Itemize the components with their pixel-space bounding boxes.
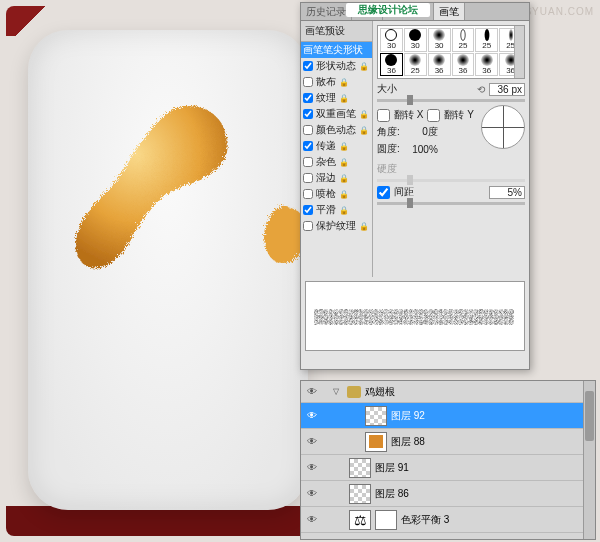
layer-name[interactable]: 图层 88 xyxy=(391,435,425,449)
brush-panel: 历史记录 动作 画笔预设 画笔 画笔预设 画笔笔尖形状 形状动态🔒 散布🔒 纹理… xyxy=(300,2,530,370)
layer-row-selected[interactable]: 👁 图层 92 xyxy=(301,403,595,429)
brush-tip[interactable]: 36 xyxy=(452,53,475,77)
roundness-label: 圆度: xyxy=(377,142,400,156)
brush-tip[interactable]: 30 xyxy=(404,28,427,52)
layer-name[interactable]: 图层 91 xyxy=(375,461,409,475)
lock-icon: 🔒 xyxy=(339,158,347,167)
brush-stroke-preview xyxy=(305,281,525,351)
brush-tip[interactable]: 36 xyxy=(428,53,451,77)
brush-settings-column: 30 30 30 25 25 25 36 25 36 36 36 36 大小 ⟲… xyxy=(373,21,529,277)
brush-tip[interactable]: 30 xyxy=(380,28,403,52)
option-noise[interactable]: 杂色🔒 xyxy=(301,154,372,170)
layer-name[interactable]: 图层 86 xyxy=(375,487,409,501)
lock-icon: 🔒 xyxy=(359,222,367,231)
lock-icon: 🔒 xyxy=(339,190,347,199)
option-texture[interactable]: 纹理🔒 xyxy=(301,90,372,106)
size-value[interactable]: 36 px xyxy=(489,83,525,96)
scrollbar-handle[interactable] xyxy=(585,391,594,441)
visibility-icon[interactable]: 👁 xyxy=(305,386,319,397)
lock-icon: 🔒 xyxy=(359,62,367,71)
layers-panel: 👁 ▽ 鸡翅根 👁 图层 92 👁 图层 88 👁 图层 91 👁 图层 86 … xyxy=(300,380,596,540)
lock-icon: 🔒 xyxy=(359,110,367,119)
angle-label: 角度: xyxy=(377,125,400,139)
visibility-icon[interactable]: 👁 xyxy=(305,488,319,499)
roundness-value[interactable]: 100% xyxy=(404,144,440,155)
angle-value[interactable]: 0度 xyxy=(404,125,440,139)
layer-name[interactable]: 色彩平衡 3 xyxy=(401,513,449,527)
brush-tip[interactable]: 25 xyxy=(452,28,475,52)
layer-thumbnail[interactable] xyxy=(349,484,371,504)
spacing-slider[interactable] xyxy=(377,202,525,205)
lock-icon: 🔒 xyxy=(339,174,347,183)
flip-x-checkbox[interactable] xyxy=(377,109,390,122)
color-balance-icon[interactable]: ⚖ xyxy=(349,510,371,530)
option-dual-brush[interactable]: 双重画笔🔒 xyxy=(301,106,372,122)
option-transfer[interactable]: 传递🔒 xyxy=(301,138,372,154)
option-airbrush[interactable]: 喷枪🔒 xyxy=(301,186,372,202)
brush-options-column: 画笔预设 画笔笔尖形状 形状动态🔒 散布🔒 纹理🔒 双重画笔🔒 颜色动态🔒 传递… xyxy=(301,21,373,277)
layers-scrollbar[interactable] xyxy=(583,381,595,539)
size-row: 大小 ⟲ 36 px xyxy=(377,82,525,96)
layer-row-adjustment[interactable]: 👁 ⚖ 色彩平衡 3 xyxy=(301,507,595,533)
visibility-icon[interactable]: 👁 xyxy=(305,462,319,473)
flip-y-checkbox[interactable] xyxy=(427,109,440,122)
layer-name[interactable]: 图层 92 xyxy=(391,409,425,423)
tab-history[interactable]: 历史记录 xyxy=(301,3,352,20)
folder-icon xyxy=(347,386,361,398)
brush-presets-header[interactable]: 画笔预设 xyxy=(301,21,372,42)
layer-row[interactable]: 👁 图层 88 xyxy=(301,429,595,455)
visibility-icon[interactable]: 👁 xyxy=(305,436,319,447)
visibility-icon[interactable]: 👁 xyxy=(305,410,319,421)
layer-mask-thumbnail[interactable] xyxy=(375,510,397,530)
lock-icon: 🔒 xyxy=(339,206,347,215)
logo-badge: 思缘设计论坛 xyxy=(346,3,430,17)
reset-icon[interactable]: ⟲ xyxy=(477,84,485,95)
lock-icon: 🔒 xyxy=(339,142,347,151)
layer-group-row[interactable]: 👁 ▽ 鸡翅根 xyxy=(301,381,595,403)
group-name[interactable]: 鸡翅根 xyxy=(365,385,395,399)
hardness-slider xyxy=(377,179,525,182)
visibility-icon[interactable]: 👁 xyxy=(305,514,319,525)
chicken-drumstick-1 xyxy=(70,90,240,290)
tab-brush[interactable]: 画笔 xyxy=(434,3,465,20)
size-label: 大小 xyxy=(377,82,407,96)
lock-icon: 🔒 xyxy=(359,126,367,135)
lock-icon: 🔒 xyxy=(339,78,347,87)
layer-thumbnail[interactable] xyxy=(365,432,387,452)
brush-tip-grid[interactable]: 30 30 30 25 25 25 36 25 36 36 36 36 xyxy=(377,25,525,79)
brush-tip[interactable]: 25 xyxy=(404,53,427,77)
option-smoothing[interactable]: 平滑🔒 xyxy=(301,202,372,218)
layer-row[interactable]: 👁 图层 91 xyxy=(301,455,595,481)
option-shape-dynamics[interactable]: 形状动态🔒 xyxy=(301,58,372,74)
flip-row: 翻转 X 翻转 Y xyxy=(377,108,475,122)
option-wet-edges[interactable]: 湿边🔒 xyxy=(301,170,372,186)
angle-control[interactable] xyxy=(481,105,525,149)
brush-tip[interactable]: 36 xyxy=(475,53,498,77)
option-color-dynamics[interactable]: 颜色动态🔒 xyxy=(301,122,372,138)
brush-tip[interactable]: 25 xyxy=(475,28,498,52)
chevron-down-icon[interactable]: ▽ xyxy=(333,387,343,396)
spacing-value[interactable]: 5% xyxy=(489,186,525,199)
lock-icon: 🔒 xyxy=(339,94,347,103)
brush-tip-selected[interactable]: 36 xyxy=(380,53,403,77)
brush-tip[interactable]: 30 xyxy=(428,28,451,52)
frame-corner-tl xyxy=(6,6,56,36)
hardness-label: 硬度 xyxy=(377,162,397,176)
layer-row[interactable]: 👁 图层 86 xyxy=(301,481,595,507)
frame-bottom xyxy=(6,506,306,536)
option-scatter[interactable]: 散布🔒 xyxy=(301,74,372,90)
spacing-checkbox[interactable] xyxy=(377,186,390,199)
option-protect-texture[interactable]: 保护纹理🔒 xyxy=(301,218,372,234)
layer-thumbnail[interactable] xyxy=(349,458,371,478)
option-brush-tip-shape[interactable]: 画笔笔尖形状 xyxy=(301,42,372,58)
size-slider[interactable] xyxy=(377,99,525,102)
spacing-label: 间距 xyxy=(394,185,414,199)
brush-grid-scrollbar[interactable] xyxy=(514,26,524,78)
layer-thumbnail[interactable] xyxy=(365,406,387,426)
